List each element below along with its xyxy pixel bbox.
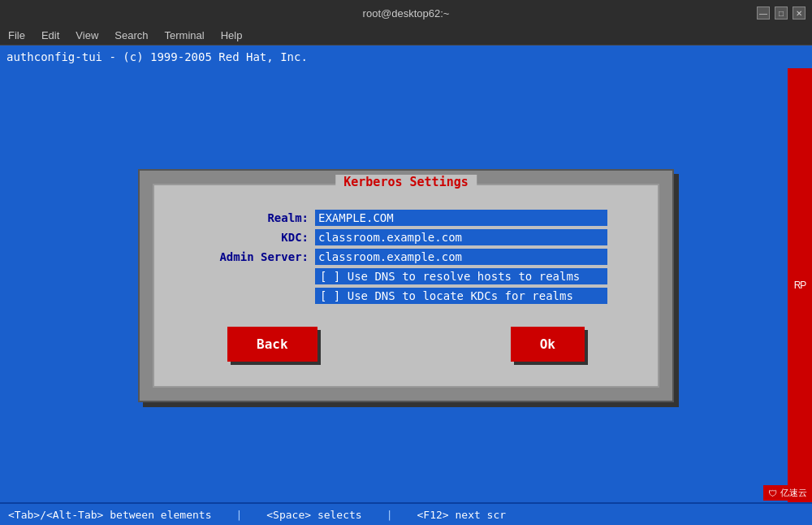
realm-row: Realm:	[179, 210, 633, 226]
form-area: Realm: KDC: Admin Server:	[179, 210, 633, 304]
kerberos-dialog: Kerberos Settings Realm: KDC:	[138, 169, 674, 402]
status-bar: <Tab>/<Alt-Tab> between elements | <Spac…	[0, 502, 812, 525]
kdc-label: KDC:	[179, 231, 309, 244]
right-edge-decoration: RP	[788, 68, 812, 502]
title-bar: root@desktop62:~ — □ ✕	[0, 0, 812, 26]
admin-server-label: Admin Server:	[179, 250, 309, 263]
realm-input[interactable]	[315, 210, 607, 226]
menu-search[interactable]: Search	[110, 28, 153, 43]
admin-server-input[interactable]	[315, 249, 607, 265]
checkbox-dns-kdcs[interactable]: [ ] Use DNS to locate KDCs for realms	[315, 288, 607, 304]
watermark-text: 亿速云	[780, 487, 807, 499]
status-divider-2: |	[387, 509, 393, 521]
menu-terminal[interactable]: Terminal	[160, 28, 209, 43]
menu-edit[interactable]: Edit	[37, 28, 64, 43]
maximize-button[interactable]: □	[775, 7, 788, 20]
button-row: Back Ok	[179, 327, 633, 362]
checkbox-dns-hosts-row: [ ] Use DNS to resolve hosts to realms	[179, 268, 633, 284]
menu-view[interactable]: View	[71, 28, 103, 43]
terminal-window: root@desktop62:~ — □ ✕ File Edit View Se…	[0, 0, 812, 525]
minimize-button[interactable]: —	[757, 7, 770, 20]
checkbox-dns-kdcs-row: [ ] Use DNS to locate KDCs for realms	[179, 288, 633, 304]
menu-file[interactable]: File	[3, 28, 30, 43]
menu-help[interactable]: Help	[216, 28, 248, 43]
status-hint-1: <Tab>/<Alt-Tab> between elements	[8, 509, 211, 521]
dialog-title: Kerberos Settings	[335, 175, 477, 189]
terminal-area: authconfig-tui - (c) 1999-2005 Red Hat, …	[0, 46, 812, 525]
checkbox-dns-hosts[interactable]: [ ] Use DNS to resolve hosts to realms	[315, 268, 607, 284]
kdc-input[interactable]	[315, 229, 607, 245]
kdc-row: KDC:	[179, 229, 633, 245]
dialog-inner: Kerberos Settings Realm: KDC:	[153, 184, 659, 388]
watermark-icon: 🛡	[768, 488, 777, 498]
watermark-badge: 🛡 亿速云	[763, 485, 812, 501]
realm-label: Realm:	[179, 211, 309, 224]
admin-server-row: Admin Server:	[179, 249, 633, 265]
window-title: root@desktop62:~	[55, 7, 757, 20]
status-hint-2: <Space> selects	[266, 509, 361, 521]
terminal-header-text: authconfig-tui - (c) 1999-2005 Red Hat, …	[0, 46, 812, 68]
status-divider-1: |	[235, 509, 242, 521]
back-button[interactable]: Back	[227, 327, 317, 362]
terminal-main: RP Kerberos Settings Realm: KDC:	[0, 68, 812, 502]
status-hint-3: <F12> next scr	[417, 509, 507, 521]
menu-bar: File Edit View Search Terminal Help	[0, 26, 812, 46]
close-button[interactable]: ✕	[793, 7, 806, 20]
window-controls: — □ ✕	[757, 7, 806, 20]
ok-button[interactable]: Ok	[511, 327, 585, 362]
